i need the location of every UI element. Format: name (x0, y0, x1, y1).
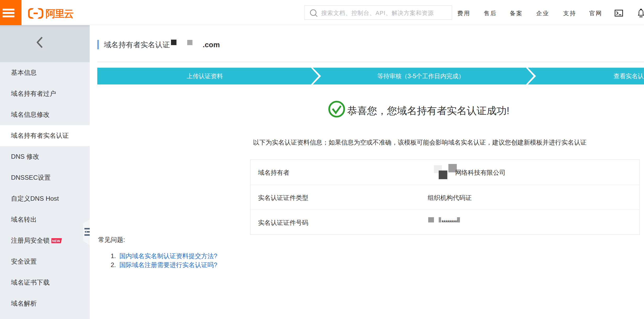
svg-text:NEW: NEW (52, 239, 60, 243)
